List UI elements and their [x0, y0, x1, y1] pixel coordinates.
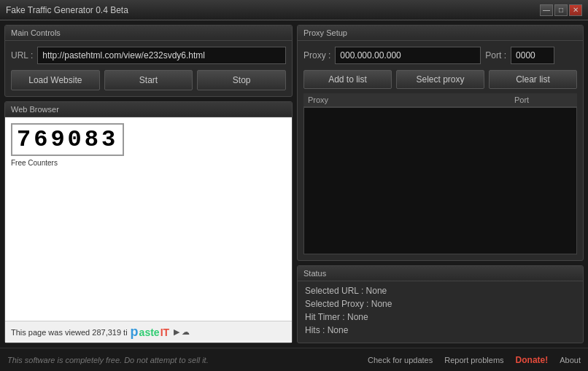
- load-website-button[interactable]: Load Website: [11, 70, 100, 90]
- right-panel: Proxy Setup Proxy : Port : Add to list S…: [297, 25, 584, 343]
- hits-value: None: [328, 325, 349, 335]
- url-row: URL :: [11, 47, 286, 64]
- proxy-setup-inner: Proxy : Port : Add to list Select proxy …: [298, 41, 583, 260]
- proxy-list-rows: [304, 108, 576, 181]
- proxy-address-row: Proxy : Port :: [303, 47, 577, 64]
- web-browser-box: Web Browser 769083 Free Counters This pa…: [4, 101, 293, 343]
- main-controls-box: Main Controls URL : Load Website Start S…: [4, 25, 293, 97]
- main-content: Main Controls URL : Load Website Start S…: [0, 20, 588, 348]
- selected-proxy-value: None: [371, 299, 392, 309]
- url-label: URL :: [11, 50, 33, 60]
- title-bar: Fake Traffic Generator 0.4 Beta — □ ✕: [0, 0, 588, 20]
- proxy-setup-box: Proxy Setup Proxy : Port : Add to list S…: [297, 25, 584, 261]
- proxy-input[interactable]: [335, 47, 481, 64]
- right-inner: Proxy Setup Proxy : Port : Add to list S…: [297, 25, 584, 343]
- hit-timer-label: Hit Timer :: [305, 312, 345, 322]
- app-title: Fake Traffic Generator 0.4 Beta: [6, 5, 128, 15]
- selected-url-value: None: [366, 286, 387, 296]
- port-input[interactable]: [511, 47, 554, 64]
- pasteit-logo: pasteIT: [131, 324, 169, 340]
- page-viewed-bar: This page was viewed 287,319 ti pasteIT …: [5, 321, 292, 343]
- proxy-buttons-row: Add to list Select proxy Clear list: [303, 70, 577, 89]
- add-to-list-button[interactable]: Add to list: [303, 70, 392, 89]
- report-problems-link[interactable]: Report problems: [444, 356, 503, 364]
- control-buttons-row: Load Website Start Stop: [11, 70, 286, 90]
- port-label: Port :: [485, 50, 506, 60]
- footer: This software is completely free. Do not…: [0, 348, 588, 371]
- pasteit-it: IT: [160, 327, 169, 338]
- hits-row: Hits : None: [305, 325, 576, 335]
- proxy-setup-header: Proxy Setup: [298, 26, 583, 41]
- status-box: Status Selected URL : None Selected Prox…: [297, 265, 584, 343]
- counter-display: 769083: [11, 123, 124, 156]
- proxy-label: Proxy :: [303, 50, 330, 60]
- close-button[interactable]: ✕: [569, 4, 582, 16]
- selected-proxy-row: Selected Proxy : None: [305, 299, 576, 309]
- web-browser-header: Web Browser: [5, 102, 292, 117]
- proxy-list-header: Proxy Port: [303, 93, 577, 107]
- port-column-header: Port: [514, 95, 573, 104]
- social-icons: ▶ ☁: [174, 327, 190, 337]
- web-browser-content: 769083 Free Counters: [5, 117, 292, 321]
- window-controls: — □ ✕: [540, 4, 582, 16]
- free-counters-label: Free Counters: [11, 159, 58, 167]
- pasteit-aste: aste: [139, 327, 160, 338]
- footer-links: Check for updates Report problems Donate…: [368, 355, 581, 365]
- donate-link[interactable]: Donate!: [516, 355, 549, 365]
- maximize-button[interactable]: □: [554, 4, 568, 16]
- main-controls-body: URL : Load Website Start Stop: [5, 41, 292, 96]
- page-viewed-text: This page was viewed 287,319 ti: [11, 328, 128, 337]
- main-controls-header: Main Controls: [5, 26, 292, 41]
- selected-proxy-label: Selected Proxy :: [305, 299, 368, 309]
- clear-list-button[interactable]: Clear list: [489, 70, 577, 89]
- about-link[interactable]: About: [560, 356, 581, 364]
- pasteit-p: p: [131, 324, 139, 340]
- selected-url-row: Selected URL : None: [305, 286, 576, 296]
- hit-timer-value: None: [347, 312, 368, 322]
- proxy-list-container: Proxy Port: [303, 93, 577, 254]
- status-body: Selected URL : None Selected Proxy : Non…: [298, 281, 583, 343]
- hits-label: Hits :: [305, 325, 325, 335]
- url-input[interactable]: [37, 47, 286, 64]
- hit-timer-row: Hit Timer : None: [305, 312, 576, 322]
- footer-free-text: This software is completely free. Do not…: [7, 356, 209, 364]
- select-proxy-button[interactable]: Select proxy: [396, 70, 484, 89]
- minimize-button[interactable]: —: [540, 4, 553, 16]
- proxy-list-body[interactable]: [303, 107, 577, 254]
- left-panel: Main Controls URL : Load Website Start S…: [4, 25, 293, 343]
- start-button[interactable]: Start: [104, 70, 193, 90]
- stop-button[interactable]: Stop: [197, 70, 286, 90]
- selected-url-label: Selected URL :: [305, 286, 363, 296]
- check-updates-link[interactable]: Check for updates: [368, 356, 433, 364]
- proxy-column-header: Proxy: [308, 95, 514, 104]
- status-header: Status: [298, 266, 583, 281]
